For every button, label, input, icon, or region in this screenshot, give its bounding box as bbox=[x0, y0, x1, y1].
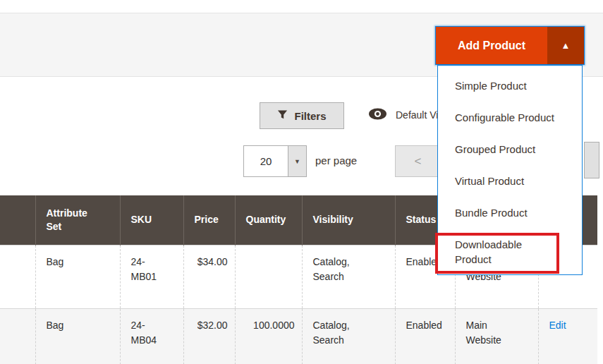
cell-attribute-set: Bag bbox=[35, 308, 120, 364]
header-quantity[interactable]: Quantity bbox=[235, 195, 302, 245]
add-product-split-button[interactable]: Add Product ▲ bbox=[435, 26, 585, 65]
menu-item-grouped-product[interactable]: Grouped Product bbox=[438, 133, 582, 165]
cell-visibility: Catalog, Search bbox=[302, 245, 395, 308]
cell-blank bbox=[0, 308, 35, 364]
header-visibility[interactable]: Visibility bbox=[302, 195, 395, 245]
edit-link[interactable]: Edit bbox=[549, 320, 566, 331]
chevron-left-icon: < bbox=[415, 154, 422, 169]
menu-item-simple-product[interactable]: Simple Product bbox=[438, 70, 582, 102]
cell-sku: 24- MB04 bbox=[120, 308, 183, 364]
menu-item-bundle-product[interactable]: Bundle Product bbox=[438, 197, 582, 229]
cell-attribute-set: Bag bbox=[35, 245, 120, 308]
menu-item-configurable-product[interactable]: Configurable Product bbox=[438, 102, 582, 133]
cell-quantity: 100.0000 bbox=[235, 308, 302, 364]
table-row[interactable]: Bag 24- MB04 $32.00 100.0000 Catalog, Se… bbox=[0, 308, 597, 364]
cell-sku: 24- MB01 bbox=[120, 245, 183, 308]
header-sku[interactable]: SKU bbox=[120, 195, 183, 245]
cell-status: Enabled bbox=[395, 308, 455, 364]
next-page-button[interactable] bbox=[584, 142, 599, 178]
header-price[interactable]: Price bbox=[183, 195, 235, 245]
filter-funnel-icon bbox=[277, 109, 288, 122]
menu-item-downloadable-product[interactable]: Downloadable Product bbox=[438, 229, 582, 275]
per-page-value: 20 bbox=[244, 146, 288, 176]
cell-price: $34.00 bbox=[183, 245, 235, 308]
header-attribute-set[interactable]: Attribute Set bbox=[35, 195, 120, 245]
menu-item-virtual-product[interactable]: Virtual Product bbox=[438, 165, 582, 197]
previous-page-button[interactable]: < bbox=[395, 145, 441, 177]
cell-quantity bbox=[235, 245, 302, 308]
per-page-select[interactable]: 20 ▼ bbox=[243, 145, 307, 177]
per-page-label: per page bbox=[315, 154, 357, 166]
add-product-toggle[interactable]: ▲ bbox=[547, 27, 584, 64]
chevron-up-icon: ▲ bbox=[561, 40, 571, 51]
header-blank[interactable] bbox=[0, 195, 35, 245]
filters-label: Filters bbox=[294, 110, 326, 122]
filters-button[interactable]: Filters bbox=[260, 102, 344, 129]
add-product-button[interactable]: Add Product bbox=[436, 27, 547, 64]
cell-visibility: Catalog, Search bbox=[302, 308, 395, 364]
chevron-down-icon: ▼ bbox=[288, 146, 306, 176]
cell-websites: Main Website bbox=[455, 308, 538, 364]
cell-price: $32.00 bbox=[183, 308, 235, 364]
eye-icon bbox=[368, 107, 387, 123]
add-product-type-menu: Simple Product Configurable Product Grou… bbox=[437, 65, 583, 275]
cell-blank bbox=[0, 245, 35, 308]
